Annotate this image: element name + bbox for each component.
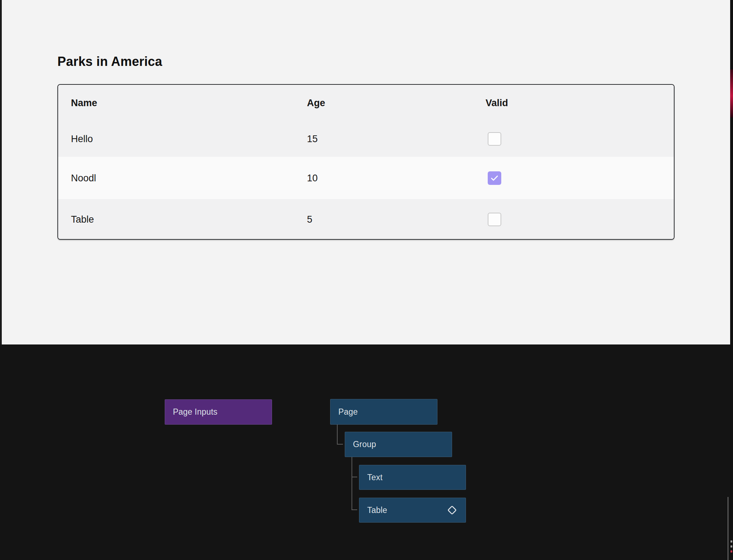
- node-label: Text: [367, 473, 383, 482]
- connector-page-group-horizontal: [337, 444, 343, 445]
- table-body: Hello15Noodl10Table5: [58, 121, 674, 240]
- table-row: Hello15: [58, 121, 674, 157]
- right-panel-red-highlight: [730, 69, 733, 118]
- cell-name: Noodl: [71, 172, 96, 183]
- cell-age: 5: [307, 214, 312, 225]
- node-label: Table: [367, 505, 387, 515]
- node-page[interactable]: Page: [330, 399, 437, 425]
- node-group[interactable]: Group: [345, 432, 452, 457]
- right-panel-sliver: [730, 0, 733, 560]
- column-header-valid: Valid: [486, 97, 508, 108]
- node-text[interactable]: Text: [359, 465, 466, 490]
- right-panel-glyph: [731, 545, 732, 548]
- connector-group-text-horizontal: [352, 477, 357, 477]
- connector-group-table-horizontal: [352, 509, 357, 510]
- window-left-edge: [0, 0, 2, 344]
- node-label: Page: [338, 407, 358, 417]
- node-label: Group: [353, 440, 376, 449]
- valid-checkbox[interactable]: [488, 213, 501, 226]
- node-page-inputs[interactable]: Page Inputs: [165, 399, 272, 425]
- right-panel-red-dot: [731, 550, 732, 553]
- valid-checkbox[interactable]: [488, 171, 501, 185]
- preview-pane: Parks in America Name Age Valid Hello15N…: [0, 0, 733, 344]
- node-table[interactable]: Table: [359, 498, 466, 523]
- table-header-row: Name Age Valid: [58, 85, 674, 121]
- check-icon: [489, 173, 499, 183]
- cell-age: 15: [307, 133, 318, 144]
- column-header-name: Name: [71, 97, 97, 108]
- right-panel-divider: [728, 497, 728, 560]
- diamond-icon: [446, 504, 458, 517]
- connector-group-children-vertical: [352, 457, 352, 510]
- node-graph-canvas[interactable]: Page Inputs Page Group Text Table: [0, 344, 733, 560]
- table-row: Noodl10: [58, 157, 674, 199]
- page-title: Parks in America: [57, 54, 162, 69]
- cell-name: Table: [71, 214, 94, 225]
- table-row: Table5: [58, 199, 674, 240]
- column-header-age: Age: [307, 97, 325, 108]
- parks-table: Name Age Valid Hello15Noodl10Table5: [57, 84, 675, 240]
- valid-checkbox[interactable]: [488, 132, 501, 146]
- cell-name: Hello: [71, 133, 93, 144]
- right-panel-glyph: [731, 540, 732, 543]
- connector-page-group-vertical: [337, 425, 338, 445]
- node-label: Page Inputs: [173, 407, 217, 417]
- cell-age: 10: [307, 172, 318, 183]
